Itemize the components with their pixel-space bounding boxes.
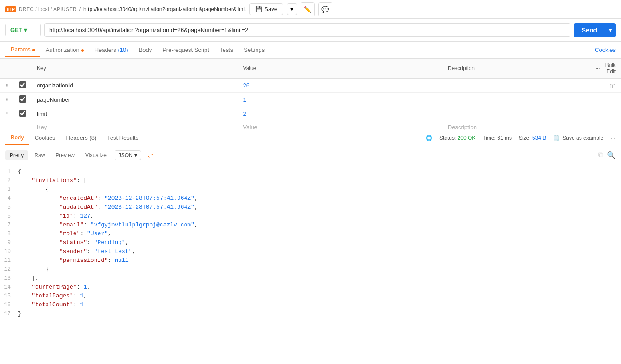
- format-raw-button[interactable]: Raw: [30, 150, 49, 160]
- json-line: 8 "role": "User",: [0, 230, 621, 239]
- tab-authorization[interactable]: Authorization: [40, 43, 89, 57]
- placeholder-drag: [0, 121, 14, 130]
- json-token: :: [73, 301, 80, 308]
- breadcrumb-separator: /: [79, 6, 81, 12]
- json-token: "createdAt": [59, 195, 98, 202]
- placeholder-action: [590, 121, 621, 130]
- size-value: 534 B: [532, 135, 546, 141]
- json-line: 1{: [0, 168, 621, 177]
- json-token: "currentPage": [32, 284, 76, 290]
- chevron-down-icon: ▾: [24, 27, 27, 33]
- json-token: :: [83, 222, 91, 228]
- json-line: 12 }: [0, 265, 621, 274]
- placeholder-key[interactable]: Key: [32, 121, 238, 130]
- line-content: }: [18, 310, 621, 317]
- json-token: "status": [59, 239, 87, 246]
- cookies-link[interactable]: Cookies: [595, 47, 616, 53]
- search-icon[interactable]: 🔍: [607, 151, 616, 159]
- more-options-icon[interactable]: ···: [610, 135, 616, 142]
- json-token: [18, 257, 59, 264]
- json-token: [18, 204, 59, 210]
- json-token: "totalCount": [32, 301, 73, 308]
- response-status: 🌐 Status: 200 OK Time: 61 ms Size: 534 B…: [426, 135, 616, 142]
- line-content: "totalCount": 1: [18, 301, 621, 308]
- json-token: ,: [83, 293, 87, 299]
- line-number: 15: [0, 293, 18, 299]
- filter-button[interactable]: ⇌: [143, 149, 158, 161]
- tab-tests[interactable]: Tests: [214, 43, 238, 57]
- format-pretty-button[interactable]: Pretty: [5, 150, 28, 160]
- json-token: "permissionId": [59, 257, 108, 264]
- save-example-button[interactable]: 🗒️ Save as example: [553, 135, 603, 141]
- tab-headers[interactable]: Headers (10): [89, 43, 134, 57]
- tab-body[interactable]: Body: [134, 43, 158, 57]
- response-tab-body[interactable]: Body: [5, 131, 29, 145]
- drag-handle: ⠿: [0, 107, 14, 121]
- size-label: Size: 534 B: [519, 135, 546, 141]
- format-preview-button[interactable]: Preview: [51, 150, 79, 160]
- chevron-down-icon: ▾: [134, 152, 137, 158]
- json-line: 10 "sender": "test test",: [0, 248, 621, 257]
- json-token: ,: [194, 195, 198, 202]
- drag-dots-icon: ⠿: [5, 83, 8, 88]
- line-number: 4: [0, 195, 18, 202]
- table-row: ⠿ organizationId 26 🗑: [0, 79, 621, 93]
- json-token: :: [73, 293, 80, 299]
- time-value: 61 ms: [497, 135, 512, 141]
- row-value: 26: [238, 79, 443, 93]
- request-url-title: http://localhost:3040/api/invitation?org…: [83, 6, 246, 12]
- save-dropdown-button[interactable]: ▾: [287, 3, 297, 15]
- json-viewer: 1{2 "invitations": [3 {4 "createdAt": "2…: [0, 164, 621, 364]
- response-tab-headers[interactable]: Headers (8): [61, 131, 102, 145]
- save-button[interactable]: 💾 Save: [249, 3, 283, 15]
- type-select[interactable]: JSON ▾: [115, 150, 141, 160]
- line-number: 7: [0, 222, 18, 228]
- line-content: ],: [18, 275, 621, 281]
- json-token: ,: [132, 248, 135, 255]
- format-visualize-button[interactable]: Visualize: [81, 150, 111, 160]
- type-label: JSON: [119, 152, 133, 158]
- json-token: [18, 186, 45, 193]
- line-content: "updatedAt": "2023-12-28T07:57:41.964Z",: [18, 204, 621, 210]
- json-token: "role": [59, 230, 80, 237]
- bulk-edit-button[interactable]: ··· Bulk Edit: [596, 62, 616, 75]
- tab-settings[interactable]: Settings: [238, 43, 270, 57]
- row-checkbox-cell[interactable]: [14, 93, 32, 107]
- tab-params[interactable]: Params: [5, 43, 40, 57]
- edit-button[interactable]: ✏️: [301, 2, 315, 16]
- row-actions: [590, 107, 621, 121]
- floppy-icon: 💾: [255, 6, 262, 12]
- line-content: }: [18, 266, 621, 273]
- row-value: 1: [238, 93, 443, 107]
- params-table: Key Value Description ··· Bulk Edit ⠿ or…: [0, 59, 621, 130]
- drag-dots-icon: ⠿: [5, 112, 8, 117]
- json-token: {: [18, 168, 21, 175]
- status-value: 200 OK: [458, 135, 476, 141]
- json-token: :: [77, 284, 84, 290]
- row-checkbox-cell[interactable]: [14, 107, 32, 121]
- response-tab-test-results[interactable]: Test Results: [102, 131, 144, 145]
- value-column-header: Value: [238, 59, 443, 79]
- json-token: "User": [87, 230, 108, 237]
- method-select[interactable]: GET ▾: [5, 24, 41, 36]
- response-tabs: Body Cookies Headers (8) Test Results 🌐 …: [0, 130, 621, 146]
- placeholder-value[interactable]: Value: [238, 121, 443, 130]
- row-checkbox[interactable]: [19, 81, 26, 88]
- row-actions: 🗑: [590, 79, 621, 93]
- placeholder-description[interactable]: Description: [443, 121, 590, 130]
- send-dropdown-button[interactable]: ▾: [605, 23, 616, 37]
- line-number: 8: [0, 230, 18, 237]
- row-checkbox[interactable]: [19, 95, 26, 103]
- json-token: :: [108, 257, 115, 264]
- delete-icon[interactable]: 🗑: [609, 82, 616, 89]
- send-button[interactable]: Send: [574, 23, 605, 37]
- row-checkbox-cell[interactable]: [14, 79, 32, 93]
- line-number: 3: [0, 186, 18, 193]
- response-tab-cookies[interactable]: Cookies: [29, 131, 61, 145]
- copy-icon[interactable]: ⧉: [598, 151, 603, 159]
- tab-prerequest[interactable]: Pre-request Script: [157, 43, 214, 57]
- comment-button[interactable]: 💬: [318, 2, 332, 16]
- url-input[interactable]: [44, 23, 570, 37]
- line-number: 10: [0, 248, 18, 255]
- row-checkbox[interactable]: [19, 110, 26, 117]
